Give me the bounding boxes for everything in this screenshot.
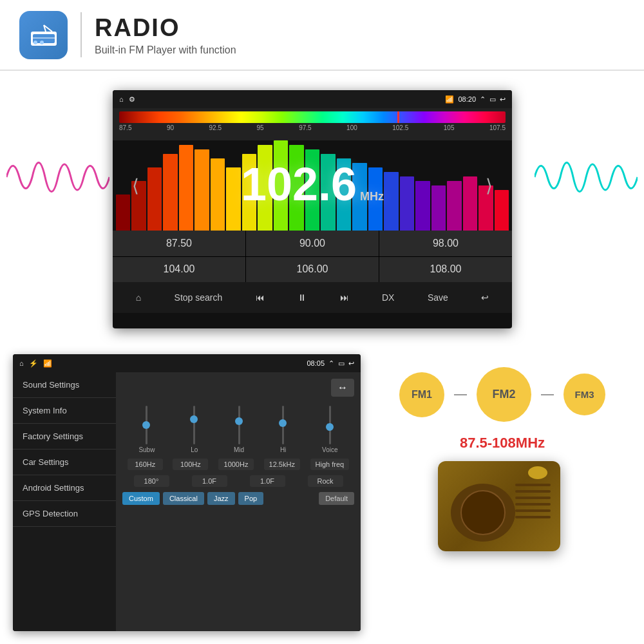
preset-button-3[interactable]: 98.00 bbox=[379, 231, 512, 256]
lo-slider-handle[interactable] bbox=[190, 415, 198, 423]
freq-label: 100 bbox=[346, 124, 357, 131]
hi-slider-track[interactable] bbox=[282, 406, 284, 444]
preset-button-5[interactable]: 106.00 bbox=[246, 257, 379, 283]
page-title: RADIO bbox=[95, 14, 236, 42]
freq-160hz[interactable]: 160Hz bbox=[128, 459, 163, 470]
preset-jazz[interactable]: Jazz bbox=[207, 492, 235, 505]
menu-item-android[interactable]: Android Settings bbox=[13, 475, 116, 501]
freq-prev-arrow[interactable]: ⟨ bbox=[132, 175, 139, 196]
bluetooth-icon: ⚡ bbox=[29, 359, 38, 368]
fm3-bubble: FM3 bbox=[564, 374, 605, 415]
main-content: ⌂ ⚙ 📶 08:20 ⌃ ▭ ↩ 87.5 90 92.5 95 97.5 bbox=[0, 71, 644, 644]
param-1f-2[interactable]: 1.0F bbox=[250, 475, 285, 487]
home-icon-settings[interactable]: ⌂ bbox=[19, 359, 24, 367]
menu-item-system[interactable]: System Info bbox=[13, 398, 116, 424]
speaker-inner bbox=[460, 490, 506, 535]
mid-slider-handle[interactable] bbox=[235, 417, 243, 425]
radio-line-5 bbox=[515, 509, 551, 512]
dx-button[interactable]: DX bbox=[377, 289, 399, 306]
wave-right bbox=[535, 135, 638, 219]
expand-icon[interactable]: ⌃ bbox=[480, 95, 486, 104]
frequency-slider[interactable]: 87.5 90 92.5 95 97.5 100 102.5 105 107.5 bbox=[113, 108, 512, 140]
eq-icon-button[interactable]: ↔ bbox=[331, 379, 354, 397]
freq-125khz[interactable]: 12.5kHz bbox=[264, 459, 300, 470]
preset-custom[interactable]: Custom bbox=[122, 492, 160, 505]
voice-slider-track[interactable] bbox=[329, 406, 331, 444]
lo-label: Lo bbox=[191, 446, 198, 453]
eq-sliders: Subw Lo Mid bbox=[122, 402, 354, 453]
mid-slider-track[interactable] bbox=[238, 406, 240, 444]
play-pause-button[interactable]: ⏸ bbox=[292, 289, 312, 306]
settings-status-bar: ⌂ ⚡ 📶 08:05 ⌃ ▭ ↩ bbox=[13, 354, 361, 372]
preset-classical[interactable]: Classical bbox=[163, 492, 204, 505]
default-button[interactable]: Default bbox=[319, 492, 354, 505]
subw-slider-track[interactable] bbox=[146, 406, 147, 444]
settings-time: 08:05 bbox=[307, 359, 325, 367]
voice-slider-handle[interactable] bbox=[326, 423, 334, 431]
subw-slider-group: Subw bbox=[138, 406, 155, 453]
hi-slider-handle[interactable] bbox=[279, 419, 287, 427]
hi-label: Hi bbox=[280, 446, 286, 453]
radio-line-2 bbox=[515, 490, 551, 493]
svg-point-3 bbox=[33, 41, 37, 44]
param-1f-1[interactable]: 1.0F bbox=[192, 475, 227, 487]
freq-label: 95 bbox=[257, 124, 264, 131]
fm1-bubble: FM1 bbox=[399, 372, 444, 417]
window-icon-settings[interactable]: ▭ bbox=[338, 359, 345, 368]
back-ctrl-button[interactable]: ↩ bbox=[476, 289, 494, 306]
freq-100hz[interactable]: 100Hz bbox=[173, 459, 208, 470]
back-icon-settings[interactable]: ↩ bbox=[348, 359, 354, 368]
fm-freq-range: 87.5-108MHz bbox=[460, 435, 545, 451]
freq-label: 102.5 bbox=[392, 124, 408, 131]
menu-item-car[interactable]: Car Settings bbox=[13, 450, 116, 475]
status-bar-left: ⌂ ⚙ bbox=[119, 95, 135, 104]
preset-button-4[interactable]: 104.00 bbox=[113, 257, 245, 283]
next-button[interactable]: ⏭ bbox=[335, 289, 354, 306]
menu-item-factory[interactable]: Factory Settings bbox=[13, 424, 116, 450]
freq-display: ⟨ ⟩ 102.6 MHz bbox=[113, 140, 512, 231]
freq-value: 102.6 bbox=[241, 158, 357, 211]
radio-line-1 bbox=[515, 484, 551, 486]
radio-dial bbox=[528, 466, 547, 479]
eq-presets: Custom Classical Jazz Pop Default bbox=[122, 492, 354, 505]
wave-left bbox=[6, 135, 109, 219]
freq-next-arrow[interactable]: ⟩ bbox=[486, 175, 493, 196]
radio-speaker bbox=[451, 484, 515, 542]
preset-button-1[interactable]: 87.50 bbox=[113, 231, 245, 256]
home-icon[interactable]: ⌂ bbox=[119, 95, 124, 103]
save-button[interactable]: Save bbox=[422, 289, 453, 306]
page-subtitle: Built-in FM Player with function bbox=[95, 44, 236, 56]
subw-label: Subw bbox=[138, 446, 155, 453]
param-rock[interactable]: Rock bbox=[308, 475, 343, 487]
freq-label: 92.5 bbox=[209, 124, 222, 131]
freq-label: 90 bbox=[167, 124, 174, 131]
settings-body: Sound Settings System Info Factory Setti… bbox=[13, 372, 361, 631]
time-display: 08:20 bbox=[458, 95, 476, 103]
lo-slider-track[interactable] bbox=[193, 406, 195, 444]
left-wave-svg bbox=[6, 135, 109, 219]
lo-slider-group: Lo bbox=[191, 406, 198, 453]
prev-button[interactable]: ⏮ bbox=[251, 289, 270, 306]
voice-label: Voice bbox=[322, 446, 337, 453]
expand-icon-settings[interactable]: ⌃ bbox=[328, 359, 334, 368]
menu-item-gps[interactable]: GPS Detection bbox=[13, 501, 116, 527]
freq-1000hz[interactable]: 1000Hz bbox=[218, 459, 254, 470]
back-icon[interactable]: ↩ bbox=[500, 95, 506, 104]
window-icon[interactable]: ▭ bbox=[489, 95, 496, 104]
param-180[interactable]: 180° bbox=[134, 475, 169, 487]
freq-label: 97.5 bbox=[299, 124, 311, 131]
radio-status-bar: ⌂ ⚙ 📶 08:20 ⌃ ▭ ↩ bbox=[113, 90, 512, 108]
subw-slider-handle[interactable] bbox=[142, 421, 150, 429]
preset-button-6[interactable]: 108.00 bbox=[379, 257, 512, 283]
settings-icon[interactable]: ⚙ bbox=[129, 95, 135, 104]
mid-label: Mid bbox=[234, 446, 244, 453]
preset-pop[interactable]: Pop bbox=[238, 492, 264, 505]
freq-high[interactable]: High freq bbox=[310, 459, 350, 470]
settings-status-right: 08:05 ⌃ ▭ ↩ bbox=[307, 359, 354, 368]
freq-label: 105 bbox=[444, 124, 455, 131]
menu-item-sound[interactable]: Sound Settings bbox=[13, 372, 116, 398]
controls-bar: ⌂ Stop search ⏮ ⏸ ⏭ DX Save ↩ bbox=[113, 282, 512, 313]
preset-button-2[interactable]: 90.00 bbox=[246, 231, 379, 256]
home-ctrl-button[interactable]: ⌂ bbox=[131, 289, 146, 306]
stop-search-button[interactable]: Stop search bbox=[169, 289, 228, 306]
